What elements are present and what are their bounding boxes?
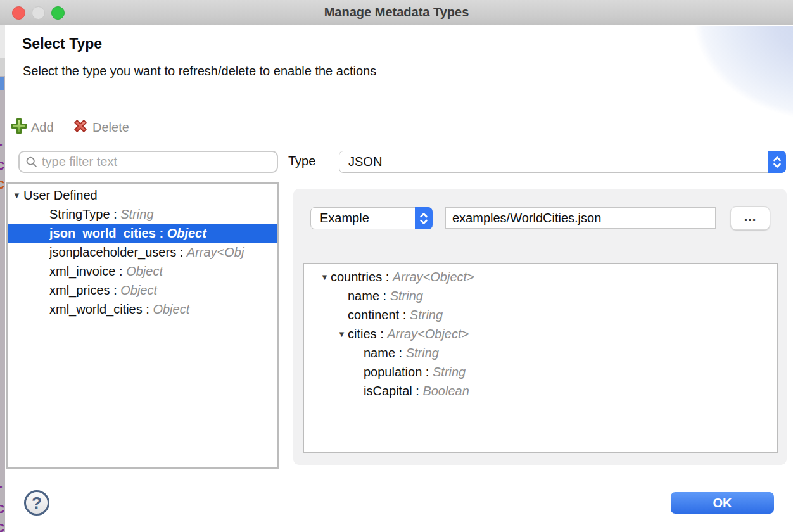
zoom-window-button[interactable]	[51, 6, 65, 20]
tree-item[interactable]: xml_world_cities : Object	[8, 300, 277, 319]
background-window-edge: r c c r c c	[0, 25, 5, 532]
schema-node[interactable]: isCapital : Boolean	[304, 381, 777, 400]
type-dropdown-value: JSON	[339, 155, 768, 169]
type-label: Type	[288, 154, 315, 168]
tree-item-user-defined[interactable]: ▼ User Defined	[8, 186, 277, 205]
tree-item[interactable]: xml_prices : Object	[8, 281, 277, 300]
close-window-button[interactable]	[12, 6, 25, 20]
page-subtitle: Select the type you want to refresh/dele…	[23, 64, 376, 79]
schema-node[interactable]: name : String	[304, 286, 777, 305]
browse-button[interactable]: ...	[730, 206, 770, 230]
type-dropdown[interactable]: JSON	[339, 151, 786, 173]
background-edge-segment	[0, 25, 5, 58]
add-button[interactable]: Add	[10, 117, 54, 137]
ok-button[interactable]: OK	[671, 492, 774, 514]
delete-x-icon	[72, 117, 89, 137]
mode-dropdown[interactable]: Example	[310, 207, 433, 229]
example-file-input[interactable]	[445, 207, 716, 229]
expander-triangle-icon[interactable]: ▼	[320, 272, 331, 282]
schema-node[interactable]: ▼ cities : Array<Object>	[304, 324, 777, 343]
schema-tree: ▼ countries : Array<Object> name : Strin…	[303, 263, 778, 453]
filter-input[interactable]	[38, 155, 277, 169]
background-text-fragment: r	[0, 138, 2, 156]
banner-graphic	[694, 26, 793, 121]
expander-triangle-icon[interactable]: ▼	[338, 329, 348, 339]
search-icon	[25, 156, 38, 168]
delete-button[interactable]: Delete	[72, 117, 129, 137]
background-text-fragment: c	[0, 175, 4, 193]
filter-field	[18, 151, 278, 173]
background-edge-segment	[0, 77, 4, 90]
tree-item[interactable]: xml_invoice : Object	[8, 262, 277, 281]
schema-node[interactable]: population : String	[304, 362, 777, 381]
types-tree: ▼ User Defined StringType : String json_…	[6, 182, 279, 469]
chevron-up-down-icon	[768, 151, 786, 173]
mode-dropdown-value: Example	[311, 211, 415, 225]
minimize-window-button	[32, 6, 45, 20]
manage-metadata-types-dialog: Manage Metadata Types r c c r c c Select…	[0, 0, 793, 532]
delete-button-label: Delete	[92, 120, 129, 135]
window-titlebar: Manage Metadata Types	[0, 0, 793, 25]
add-plus-icon	[10, 117, 28, 137]
expander-triangle-icon[interactable]: ▼	[13, 191, 23, 200]
schema-node[interactable]: name : String	[304, 343, 777, 362]
chevron-up-down-icon	[415, 207, 433, 229]
schema-node[interactable]: ▼ countries : Array<Object>	[304, 267, 777, 286]
tree-item[interactable]: jsonplaceholder_users : Array<Obj	[8, 243, 277, 262]
browse-button-label: ...	[744, 210, 757, 224]
question-mark-icon: ?	[32, 493, 42, 513]
type-detail-panel: Example ... ▼ countries : Array<Object> …	[293, 189, 787, 465]
background-edge-segment	[0, 58, 5, 76]
window-title: Manage Metadata Types	[324, 5, 469, 20]
tree-item-selected[interactable]: json_world_cities : Object	[8, 224, 277, 243]
page-title: Select Type	[22, 35, 102, 53]
background-text-fragment: c	[0, 499, 4, 517]
background-text-fragment: c	[0, 156, 4, 174]
background-text-fragment: r	[0, 480, 2, 498]
ok-button-label: OK	[713, 496, 732, 510]
help-button[interactable]: ?	[24, 490, 49, 516]
schema-node[interactable]: continent : String	[304, 305, 777, 324]
add-button-label: Add	[31, 120, 54, 135]
tree-item[interactable]: StringType : String	[8, 205, 277, 224]
background-text-fragment: c	[0, 518, 4, 532]
